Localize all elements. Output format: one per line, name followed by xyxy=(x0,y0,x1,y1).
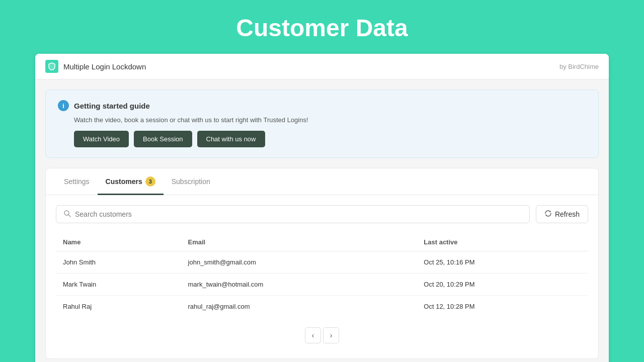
tab-customers[interactable]: Customers 3 xyxy=(98,168,164,195)
refresh-label: Refresh xyxy=(555,210,580,218)
tab-subscription[interactable]: Subscription xyxy=(164,168,218,195)
svg-line-1 xyxy=(68,215,70,217)
prev-page-button[interactable]: ‹ xyxy=(305,327,321,343)
cell-name: Rahul Raj xyxy=(56,296,181,318)
table-row: John Smith john_smith@gmail.com Oct 25, … xyxy=(56,251,588,274)
cell-name: Mark Twain xyxy=(56,274,181,296)
cell-email: rahul_raj@gmail.com xyxy=(181,296,417,318)
app-header: Multiple Login Lockdown by BirdChime xyxy=(35,54,609,79)
col-email: Email xyxy=(181,233,417,251)
col-name: Name xyxy=(56,233,181,251)
search-bar: Refresh xyxy=(56,205,588,223)
tab-settings-label: Settings xyxy=(64,177,90,186)
table-body: John Smith john_smith@gmail.com Oct 25, … xyxy=(56,251,588,318)
app-container: Multiple Login Lockdown by BirdChime i G… xyxy=(35,54,609,362)
customers-table: Name Email Last active John Smith john_s… xyxy=(56,233,588,317)
guide-header: i Getting started guide xyxy=(58,100,586,111)
cell-email: mark_twain@hotmail.com xyxy=(181,274,417,296)
app-content: i Getting started guide Watch the video,… xyxy=(35,79,609,362)
app-brand: by BirdChime xyxy=(559,63,599,70)
tab-settings[interactable]: Settings xyxy=(56,168,98,195)
guide-buttons: Watch Video Book Session Chat with us no… xyxy=(74,131,586,147)
guide-title: Getting started guide xyxy=(74,102,150,110)
search-input-wrapper xyxy=(56,205,530,223)
guide-card: i Getting started guide Watch the video,… xyxy=(45,89,599,158)
cell-email: john_smith@gmail.com xyxy=(181,251,417,274)
table-row: Rahul Raj rahul_raj@gmail.com Oct 12, 10… xyxy=(56,296,588,318)
guide-description: Watch the video, book a session or chat … xyxy=(74,116,586,124)
customers-badge: 3 xyxy=(145,176,155,187)
chat-now-button[interactable]: Chat with us now xyxy=(197,131,265,147)
search-icon xyxy=(63,210,71,219)
search-input[interactable] xyxy=(75,210,522,218)
table-row: Mark Twain mark_twain@hotmail.com Oct 20… xyxy=(56,274,588,296)
tabs-panel: Settings Customers 3 Subscription xyxy=(45,168,599,359)
cell-name: John Smith xyxy=(56,251,181,274)
table-section: Refresh Name Email Last active John Smit… xyxy=(46,195,598,358)
refresh-icon xyxy=(544,210,552,219)
app-name: Multiple Login Lockdown xyxy=(63,62,146,71)
book-session-button[interactable]: Book Session xyxy=(134,131,192,147)
pagination: ‹ › xyxy=(56,317,588,348)
page-title: Customer Data xyxy=(0,0,644,54)
watch-video-button[interactable]: Watch Video xyxy=(74,131,129,147)
cell-last-active: Oct 20, 10:29 PM xyxy=(417,274,588,296)
tab-customers-label: Customers xyxy=(106,177,142,186)
refresh-button[interactable]: Refresh xyxy=(536,205,588,223)
info-icon: i xyxy=(58,100,69,111)
tabs-nav: Settings Customers 3 Subscription xyxy=(46,168,598,195)
app-logo-icon xyxy=(45,60,58,73)
cell-last-active: Oct 25, 10:16 PM xyxy=(417,251,588,274)
table-header: Name Email Last active xyxy=(56,233,588,251)
cell-last-active: Oct 12, 10:28 PM xyxy=(417,296,588,318)
app-header-left: Multiple Login Lockdown xyxy=(45,60,146,73)
next-page-button[interactable]: › xyxy=(323,327,339,343)
tab-subscription-label: Subscription xyxy=(172,177,210,186)
col-last-active: Last active xyxy=(417,233,588,251)
